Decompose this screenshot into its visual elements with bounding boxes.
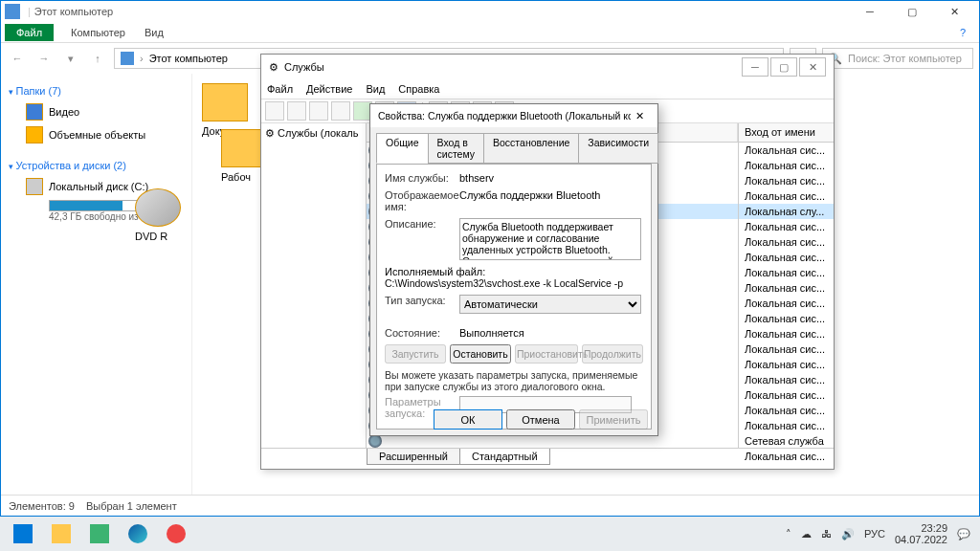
logon-value: Локальная сис... (739, 403, 834, 418)
clock-date: 04.07.2022 (895, 534, 947, 545)
recent-button[interactable]: ▾ (60, 48, 81, 69)
close-button[interactable]: ✕ (933, 1, 975, 22)
tab-logon[interactable]: Вход в систему (428, 133, 484, 164)
display-name-label: Отображаемое имя: (385, 189, 459, 212)
app-icon-1[interactable] (80, 519, 119, 548)
system-tray: ˄ ☁ 🖧 🔊 РУС 23:29 04.07.2022 💬 (786, 522, 976, 545)
logon-value: Локальная сис... (739, 357, 834, 372)
forward-button[interactable]: → (33, 48, 55, 69)
menu-view[interactable]: Вид (366, 83, 385, 95)
startup-hint: Вы можете указать параметры запуска, при… (385, 369, 643, 392)
logon-value: Локальная сис... (739, 387, 834, 403)
devices-group[interactable]: Устройства и диски (2) (9, 160, 191, 171)
close-button[interactable]: ✕ (631, 110, 650, 122)
logon-value: Локальная сис... (739, 311, 834, 326)
logon-value: Локальная сис... (739, 188, 834, 204)
logon-value: Локальная сис... (739, 250, 834, 265)
tab-deps[interactable]: Зависимости (578, 133, 658, 164)
tb-2[interactable] (331, 101, 350, 121)
tab-general[interactable]: Общие (376, 133, 429, 164)
tab-extended[interactable]: Расширенный (367, 449, 460, 465)
ribbon-tabs: Файл Компьютер Вид ? (1, 22, 979, 43)
start-button: Запустить (385, 344, 446, 364)
logon-value: Локальная сис... (739, 280, 834, 296)
exe-value: C:\Windows\system32\svchost.exe -k Local… (385, 277, 643, 289)
services-menu: Файл Действие Вид Справка (261, 79, 834, 99)
props-title: Свойства: Служба поддержки Bluetooth (Ло… (378, 110, 631, 121)
edge-icon[interactable] (119, 519, 157, 548)
language-indicator[interactable]: РУС (864, 528, 885, 540)
network-icon[interactable]: 🖧 (821, 528, 832, 540)
state-value: Выполняется (459, 327, 643, 339)
disk-icon (26, 178, 43, 195)
service-name-value: bthserv (459, 172, 643, 184)
explorer-taskbar-icon[interactable] (42, 519, 80, 548)
menu-help[interactable]: Справка (398, 83, 439, 95)
taskbar: ˄ ☁ 🖧 🔊 РУС 23:29 04.07.2022 💬 (0, 517, 980, 551)
tb-back[interactable] (265, 101, 284, 121)
menu-file[interactable]: Файл (267, 83, 293, 95)
apply-button: Применить (579, 409, 648, 430)
clock[interactable]: 23:29 04.07.2022 (895, 522, 947, 545)
tab-recovery[interactable]: Восстановление (483, 133, 579, 164)
cancel-button[interactable]: Отмена (506, 409, 575, 430)
col-logon[interactable]: Вход от имени (739, 123, 834, 143)
logon-value: Сетевая служба (739, 433, 834, 449)
onedrive-icon[interactable]: ☁ (801, 528, 812, 540)
opera-icon[interactable] (157, 519, 195, 548)
start-button[interactable] (4, 519, 42, 548)
maximize-button[interactable]: ▢ (891, 1, 933, 22)
logon-value: Локальная слу... (739, 204, 834, 219)
folders-group[interactable]: Папки (7) (9, 85, 191, 97)
ok-button[interactable]: ОК (434, 409, 502, 430)
video-icon (26, 103, 43, 121)
computer-tab[interactable]: Компьютер (61, 24, 135, 41)
close-button[interactable]: ✕ (799, 57, 826, 77)
logon-value: Локальная сис... (739, 219, 834, 234)
gear-icon (368, 434, 382, 448)
services-titlebar: ⚙ Службы ─ ▢ ✕ (261, 55, 834, 79)
tab-standard[interactable]: Стандартный (459, 449, 550, 465)
services-tree[interactable]: ⚙ Службы (локаль (261, 123, 367, 448)
tb-forward[interactable] (287, 101, 306, 121)
minimize-button[interactable]: ─ (742, 57, 768, 77)
maximize-button[interactable]: ▢ (770, 57, 797, 77)
item-dvd[interactable]: DVD R (135, 188, 240, 495)
tree-videos[interactable]: Видео (9, 100, 191, 123)
logon-value: Локальная сис... (739, 342, 834, 357)
view-tab[interactable]: Вид (135, 24, 173, 41)
up-button[interactable]: ↑ (87, 48, 108, 69)
service-properties-dialog: Свойства: Служба поддержки Bluetooth (Ло… (369, 103, 658, 436)
services-title: Службы (284, 61, 324, 73)
tb-1[interactable] (309, 101, 328, 121)
logon-value: Локальная сис... (739, 143, 834, 158)
exe-label: Исполняемый файл: (385, 266, 643, 277)
help-icon[interactable]: ? (960, 27, 966, 38)
stop-button[interactable]: Остановить (450, 344, 511, 364)
description-textarea[interactable]: Служба Bluetooth поддерживает обнаружени… (459, 218, 641, 260)
menu-action[interactable]: Действие (306, 83, 352, 95)
explorer-titlebar: | Этот компьютер ─ ▢ ✕ (1, 1, 979, 22)
folder-icon (26, 126, 43, 143)
search-box[interactable]: 🔍 Поиск: Этот компьютер (822, 48, 973, 69)
status-bar: Элементов: 9 Выбран 1 элемент (1, 495, 979, 516)
tray-up-icon[interactable]: ˄ (786, 528, 791, 540)
back-button[interactable]: ← (7, 48, 28, 69)
breadcrumb[interactable]: Этот компьютер (149, 53, 228, 64)
minimize-button[interactable]: ─ (849, 1, 891, 22)
pc-small-icon (121, 52, 134, 65)
services-right-col: Вход от имени Локальная сис...Локальная … (738, 123, 834, 448)
gear-icon: ⚙ (265, 127, 275, 139)
volume-icon[interactable]: 🔊 (841, 528, 855, 540)
props-general-panel: Имя службы:bthserv Отображаемое имя:Служ… (376, 164, 652, 430)
logon-value: Локальная сис... (739, 326, 834, 342)
explorer-title: Этот компьютер (34, 6, 113, 17)
status-count: Элементов: 9 (9, 500, 75, 512)
file-tab[interactable]: Файл (5, 24, 54, 41)
notification-icon[interactable]: 💬 (957, 528, 970, 540)
tree-3d-objects[interactable]: Объемные объекты (9, 123, 191, 146)
startup-type-select[interactable]: Автоматически (459, 295, 641, 314)
pc-icon (5, 4, 20, 19)
quick-access-sep: | (28, 6, 31, 17)
props-titlebar: Свойства: Служба поддержки Bluetooth (Ло… (370, 104, 657, 127)
